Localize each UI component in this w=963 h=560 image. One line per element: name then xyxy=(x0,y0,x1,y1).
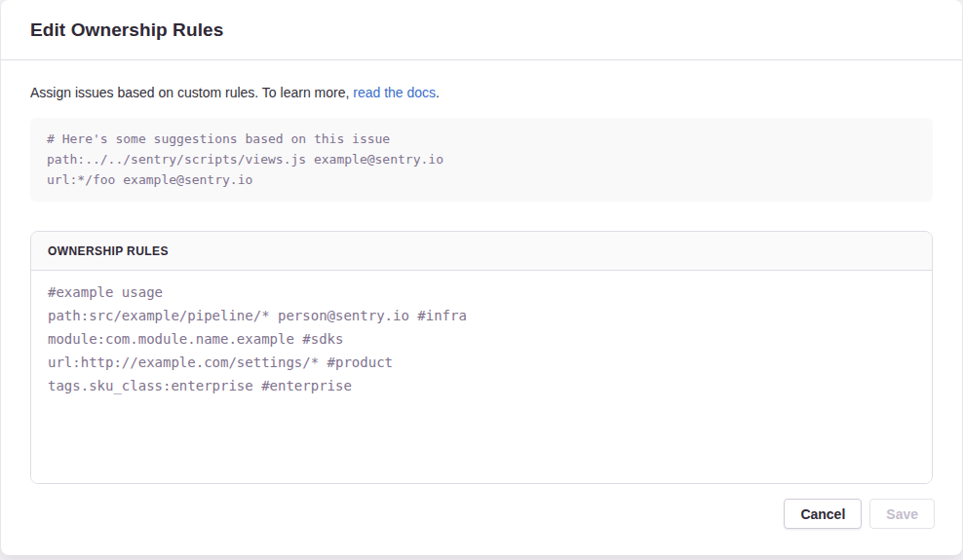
read-the-docs-link[interactable]: read the docs xyxy=(353,85,436,100)
suggestions-code-block: # Here's some suggestions based on this … xyxy=(30,118,933,202)
cancel-button[interactable]: Cancel xyxy=(784,499,862,529)
modal-body: Assign issues based on custom rules. To … xyxy=(1,60,962,499)
intro-text-before: Assign issues based on custom rules. To … xyxy=(30,85,353,100)
modal-header: Edit Ownership Rules xyxy=(1,0,962,60)
intro-text: Assign issues based on custom rules. To … xyxy=(30,83,933,102)
intro-text-after: . xyxy=(436,85,440,100)
modal-title: Edit Ownership Rules xyxy=(30,19,223,41)
ownership-rules-panel: OWNERSHIP RULES xyxy=(30,231,933,484)
save-button[interactable]: Save xyxy=(869,499,935,529)
ownership-rules-textarea[interactable] xyxy=(31,271,932,483)
edit-ownership-rules-modal: Edit Ownership Rules Assign issues based… xyxy=(1,0,962,555)
ownership-rules-panel-header: OWNERSHIP RULES xyxy=(31,232,932,271)
modal-footer: Cancel Save xyxy=(1,499,962,555)
